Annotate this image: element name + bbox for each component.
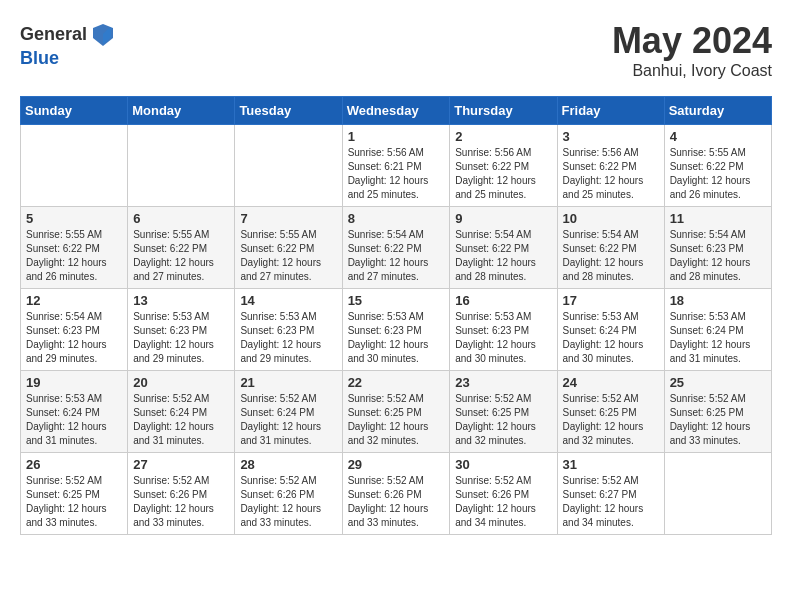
day-info: Sunrise: 5:54 AM Sunset: 6:23 PM Dayligh…	[26, 310, 122, 366]
day-info: Sunrise: 5:55 AM Sunset: 6:22 PM Dayligh…	[670, 146, 766, 202]
day-number: 31	[563, 457, 659, 472]
weekday-header-thursday: Thursday	[450, 97, 557, 125]
calendar-cell: 3Sunrise: 5:56 AM Sunset: 6:22 PM Daylig…	[557, 125, 664, 207]
weekday-header-row: SundayMondayTuesdayWednesdayThursdayFrid…	[21, 97, 772, 125]
day-info: Sunrise: 5:56 AM Sunset: 6:22 PM Dayligh…	[563, 146, 659, 202]
calendar-cell: 25Sunrise: 5:52 AM Sunset: 6:25 PM Dayli…	[664, 371, 771, 453]
day-number: 27	[133, 457, 229, 472]
day-number: 2	[455, 129, 551, 144]
calendar-cell: 12Sunrise: 5:54 AM Sunset: 6:23 PM Dayli…	[21, 289, 128, 371]
calendar-cell: 14Sunrise: 5:53 AM Sunset: 6:23 PM Dayli…	[235, 289, 342, 371]
calendar-cell: 1Sunrise: 5:56 AM Sunset: 6:21 PM Daylig…	[342, 125, 450, 207]
calendar-cell: 30Sunrise: 5:52 AM Sunset: 6:26 PM Dayli…	[450, 453, 557, 535]
day-number: 23	[455, 375, 551, 390]
calendar-cell: 6Sunrise: 5:55 AM Sunset: 6:22 PM Daylig…	[128, 207, 235, 289]
day-number: 24	[563, 375, 659, 390]
calendar-cell: 28Sunrise: 5:52 AM Sunset: 6:26 PM Dayli…	[235, 453, 342, 535]
day-number: 22	[348, 375, 445, 390]
calendar-cell: 10Sunrise: 5:54 AM Sunset: 6:22 PM Dayli…	[557, 207, 664, 289]
day-info: Sunrise: 5:52 AM Sunset: 6:26 PM Dayligh…	[348, 474, 445, 530]
calendar-cell: 20Sunrise: 5:52 AM Sunset: 6:24 PM Dayli…	[128, 371, 235, 453]
calendar-week-row: 1Sunrise: 5:56 AM Sunset: 6:21 PM Daylig…	[21, 125, 772, 207]
weekday-header-monday: Monday	[128, 97, 235, 125]
day-number: 1	[348, 129, 445, 144]
day-info: Sunrise: 5:52 AM Sunset: 6:25 PM Dayligh…	[26, 474, 122, 530]
calendar-cell: 27Sunrise: 5:52 AM Sunset: 6:26 PM Dayli…	[128, 453, 235, 535]
weekday-header-tuesday: Tuesday	[235, 97, 342, 125]
day-number: 3	[563, 129, 659, 144]
calendar-cell: 18Sunrise: 5:53 AM Sunset: 6:24 PM Dayli…	[664, 289, 771, 371]
day-info: Sunrise: 5:55 AM Sunset: 6:22 PM Dayligh…	[240, 228, 336, 284]
day-number: 21	[240, 375, 336, 390]
calendar-cell: 9Sunrise: 5:54 AM Sunset: 6:22 PM Daylig…	[450, 207, 557, 289]
page-header: General Blue May 2024 Banhui, Ivory Coas…	[20, 20, 772, 80]
day-info: Sunrise: 5:54 AM Sunset: 6:22 PM Dayligh…	[563, 228, 659, 284]
day-number: 18	[670, 293, 766, 308]
weekday-header-saturday: Saturday	[664, 97, 771, 125]
calendar-cell: 31Sunrise: 5:52 AM Sunset: 6:27 PM Dayli…	[557, 453, 664, 535]
day-number: 25	[670, 375, 766, 390]
day-info: Sunrise: 5:53 AM Sunset: 6:24 PM Dayligh…	[26, 392, 122, 448]
calendar-cell: 15Sunrise: 5:53 AM Sunset: 6:23 PM Dayli…	[342, 289, 450, 371]
day-number: 26	[26, 457, 122, 472]
day-number: 17	[563, 293, 659, 308]
calendar-cell: 2Sunrise: 5:56 AM Sunset: 6:22 PM Daylig…	[450, 125, 557, 207]
weekday-header-sunday: Sunday	[21, 97, 128, 125]
day-info: Sunrise: 5:52 AM Sunset: 6:26 PM Dayligh…	[455, 474, 551, 530]
day-info: Sunrise: 5:52 AM Sunset: 6:26 PM Dayligh…	[133, 474, 229, 530]
day-number: 7	[240, 211, 336, 226]
calendar-cell	[664, 453, 771, 535]
day-info: Sunrise: 5:54 AM Sunset: 6:22 PM Dayligh…	[455, 228, 551, 284]
location-subtitle: Banhui, Ivory Coast	[612, 62, 772, 80]
logo-icon	[89, 20, 117, 48]
day-info: Sunrise: 5:55 AM Sunset: 6:22 PM Dayligh…	[26, 228, 122, 284]
day-number: 14	[240, 293, 336, 308]
day-info: Sunrise: 5:55 AM Sunset: 6:22 PM Dayligh…	[133, 228, 229, 284]
day-info: Sunrise: 5:53 AM Sunset: 6:23 PM Dayligh…	[133, 310, 229, 366]
calendar-cell	[235, 125, 342, 207]
calendar-week-row: 26Sunrise: 5:52 AM Sunset: 6:25 PM Dayli…	[21, 453, 772, 535]
day-number: 10	[563, 211, 659, 226]
day-info: Sunrise: 5:53 AM Sunset: 6:24 PM Dayligh…	[670, 310, 766, 366]
day-info: Sunrise: 5:53 AM Sunset: 6:23 PM Dayligh…	[455, 310, 551, 366]
day-info: Sunrise: 5:52 AM Sunset: 6:25 PM Dayligh…	[455, 392, 551, 448]
day-number: 20	[133, 375, 229, 390]
day-number: 8	[348, 211, 445, 226]
day-info: Sunrise: 5:53 AM Sunset: 6:24 PM Dayligh…	[563, 310, 659, 366]
calendar-cell: 26Sunrise: 5:52 AM Sunset: 6:25 PM Dayli…	[21, 453, 128, 535]
day-info: Sunrise: 5:53 AM Sunset: 6:23 PM Dayligh…	[348, 310, 445, 366]
weekday-header-friday: Friday	[557, 97, 664, 125]
calendar-cell: 13Sunrise: 5:53 AM Sunset: 6:23 PM Dayli…	[128, 289, 235, 371]
day-number: 9	[455, 211, 551, 226]
calendar-cell: 29Sunrise: 5:52 AM Sunset: 6:26 PM Dayli…	[342, 453, 450, 535]
day-info: Sunrise: 5:52 AM Sunset: 6:26 PM Dayligh…	[240, 474, 336, 530]
day-number: 11	[670, 211, 766, 226]
day-info: Sunrise: 5:52 AM Sunset: 6:25 PM Dayligh…	[563, 392, 659, 448]
day-number: 29	[348, 457, 445, 472]
day-number: 13	[133, 293, 229, 308]
calendar-table: SundayMondayTuesdayWednesdayThursdayFrid…	[20, 96, 772, 535]
calendar-cell: 21Sunrise: 5:52 AM Sunset: 6:24 PM Dayli…	[235, 371, 342, 453]
weekday-header-wednesday: Wednesday	[342, 97, 450, 125]
day-info: Sunrise: 5:54 AM Sunset: 6:22 PM Dayligh…	[348, 228, 445, 284]
day-info: Sunrise: 5:52 AM Sunset: 6:24 PM Dayligh…	[240, 392, 336, 448]
calendar-cell: 19Sunrise: 5:53 AM Sunset: 6:24 PM Dayli…	[21, 371, 128, 453]
day-info: Sunrise: 5:52 AM Sunset: 6:25 PM Dayligh…	[670, 392, 766, 448]
logo: General Blue	[20, 20, 117, 69]
calendar-cell	[21, 125, 128, 207]
day-number: 16	[455, 293, 551, 308]
day-info: Sunrise: 5:53 AM Sunset: 6:23 PM Dayligh…	[240, 310, 336, 366]
day-info: Sunrise: 5:52 AM Sunset: 6:27 PM Dayligh…	[563, 474, 659, 530]
day-info: Sunrise: 5:56 AM Sunset: 6:22 PM Dayligh…	[455, 146, 551, 202]
month-year-title: May 2024	[612, 20, 772, 62]
logo-general-text: General	[20, 24, 87, 45]
calendar-cell: 22Sunrise: 5:52 AM Sunset: 6:25 PM Dayli…	[342, 371, 450, 453]
day-number: 12	[26, 293, 122, 308]
day-info: Sunrise: 5:56 AM Sunset: 6:21 PM Dayligh…	[348, 146, 445, 202]
calendar-week-row: 5Sunrise: 5:55 AM Sunset: 6:22 PM Daylig…	[21, 207, 772, 289]
calendar-cell	[128, 125, 235, 207]
calendar-cell: 8Sunrise: 5:54 AM Sunset: 6:22 PM Daylig…	[342, 207, 450, 289]
calendar-cell: 4Sunrise: 5:55 AM Sunset: 6:22 PM Daylig…	[664, 125, 771, 207]
logo-blue-text: Blue	[20, 48, 59, 69]
day-number: 30	[455, 457, 551, 472]
